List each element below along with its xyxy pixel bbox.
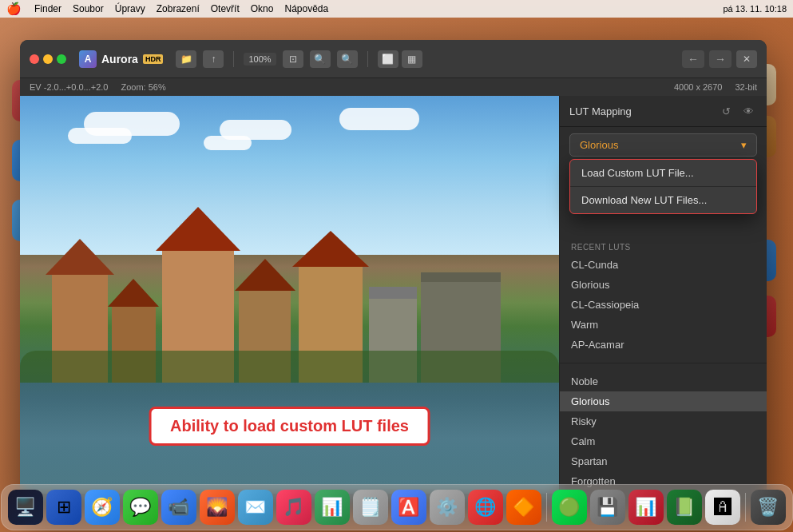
dock-icon-messages[interactable]: 💬 xyxy=(123,490,158,525)
toolbar-sep-1 xyxy=(233,51,234,67)
logo-text: Aurora xyxy=(101,53,138,66)
menu-item-download-new[interactable]: Download New LUT Files... xyxy=(570,187,756,213)
app-logo: A Aurora HDR xyxy=(79,50,163,68)
menu-bar: 🍎 Finder Soubor Úpravy Zobrazení Otevřít… xyxy=(0,0,793,18)
toolbar-right: ← → ✕ xyxy=(682,50,757,68)
lut-dropdown-menu: Load Custom LUT File... Download New LUT… xyxy=(569,159,757,214)
menu-zobrazeni[interactable]: Zobrazení xyxy=(157,3,200,14)
roof-5 xyxy=(292,231,369,267)
status-bitdepth: 32-bit xyxy=(735,82,757,92)
toolbar-zoom-in[interactable]: 🔍 xyxy=(310,50,331,68)
dock-icon-numbers[interactable]: 📊 xyxy=(315,490,350,525)
photo-vegetation xyxy=(20,351,559,383)
lut-dropdown: Glorious ▾ Load Custom LUT File... Downl… xyxy=(569,133,757,157)
dock-icon-powerpoint[interactable]: 📊 xyxy=(628,490,664,525)
lut-noble[interactable]: Noble xyxy=(560,371,767,391)
toolbar-nav-right[interactable]: → xyxy=(709,50,732,68)
panel-eye-btn[interactable]: 👁 xyxy=(739,102,757,120)
dock-separator-2 xyxy=(745,493,746,522)
window-controls xyxy=(30,54,66,64)
recent-lut-glorious[interactable]: Glorious xyxy=(560,275,767,295)
right-panel: LUT Mapping ↺ 👁 Glorious ▾ Load Custom L… xyxy=(559,96,767,494)
dock-separator xyxy=(546,493,547,522)
fullscreen-button[interactable] xyxy=(57,54,66,64)
menu-finder[interactable]: Finder xyxy=(34,3,61,14)
toolbar-folder-btn[interactable]: 📁 xyxy=(176,50,196,68)
lut-list: RECENT LUTS CL-Cunda Glorious CL-Cassiop… xyxy=(560,235,767,494)
recent-lut-cl-cunda[interactable]: CL-Cunda xyxy=(560,255,767,275)
caption-text: Ability to load custom LUT files xyxy=(170,417,409,435)
menu-bar-time: pá 13. 11. 10:18 xyxy=(723,4,787,14)
all-luts-section: Noble Glorious Risky Calm Spartan Forgot… xyxy=(560,367,767,494)
dock: 🖥️ ⊞ 🧭 💬 📹 🌄 ✉️ 🎵 📊 🗒️ 🅰️ ⚙️ 🌐 🔶 🟢 💾 📊 📗… xyxy=(1,484,793,530)
roof-4 xyxy=(235,259,295,291)
logo-hdr-badge: HDR xyxy=(143,54,164,64)
toolbar-view-2[interactable]: ▦ xyxy=(402,50,422,68)
dock-icon-airdrop[interactable]: 💾 xyxy=(590,490,625,525)
menu-otevrit[interactable]: Otevřít xyxy=(211,3,240,14)
roof-2 xyxy=(108,279,159,307)
dock-icon-anki[interactable]: 🅰 xyxy=(705,490,740,525)
dock-icon-notes[interactable]: 🗒️ xyxy=(353,490,388,525)
dock-icon-chrome[interactable]: 🌐 xyxy=(468,490,503,525)
app-window: A Aurora HDR 📁 ↑ 100% ⊡ 🔍 🔍 ⬜ ▦ ← → ✕ EV… xyxy=(20,40,767,511)
roof-3 xyxy=(156,207,240,251)
lut-calm[interactable]: Calm xyxy=(560,431,767,451)
cloud-5 xyxy=(339,108,419,130)
dock-icon-finder[interactable]: 🖥️ xyxy=(8,490,43,525)
menu-upravy[interactable]: Úpravy xyxy=(115,3,145,14)
panel-undo-btn[interactable]: ↺ xyxy=(717,102,735,120)
dock-icon-mail[interactable]: ✉️ xyxy=(238,490,273,525)
photo-area: Ability to load custom LUT files xyxy=(20,96,559,494)
dock-icon-flutter[interactable]: 🔶 xyxy=(506,490,541,525)
apple-menu[interactable]: 🍎 xyxy=(6,2,22,16)
toolbar-view-btns: ⬜ ▦ xyxy=(378,50,422,68)
roof-7 xyxy=(421,272,501,282)
panel-header: LUT Mapping ↺ 👁 xyxy=(560,96,767,127)
status-bar: EV -2.0...+0.0...+2.0 Zoom: 56% 4000 x 2… xyxy=(20,78,767,96)
toolbar-zoom-out[interactable]: 🔍 xyxy=(337,50,358,68)
menu-napoveda[interactable]: Nápověda xyxy=(284,3,328,14)
lut-dropdown-button[interactable]: Glorious ▾ xyxy=(569,133,757,157)
recent-lut-ap-acamar[interactable]: AP-Acamar xyxy=(560,335,767,355)
recent-luts-label: RECENT LUTS xyxy=(560,240,767,255)
minimize-button[interactable] xyxy=(43,54,53,64)
dock-icon-spotify[interactable]: 🟢 xyxy=(552,490,587,525)
toolbar-zoom[interactable]: 100% xyxy=(244,53,276,66)
lut-risky[interactable]: Risky xyxy=(560,411,767,431)
toolbar-close[interactable]: ✕ xyxy=(736,50,757,68)
recent-lut-warm[interactable]: Warm xyxy=(560,315,767,335)
toolbar-nav-left[interactable]: ← xyxy=(682,50,704,68)
dock-icon-appstore[interactable]: 🅰️ xyxy=(391,490,426,525)
dock-icon-launchpad[interactable]: ⊞ xyxy=(46,490,81,525)
logo-icon: A xyxy=(79,50,97,68)
lut-dropdown-label: Glorious xyxy=(580,139,618,151)
toolbar-zoom-fit[interactable]: ⊡ xyxy=(283,50,303,68)
dock-icon-settings[interactable]: ⚙️ xyxy=(430,490,465,525)
menu-okno[interactable]: Okno xyxy=(251,3,274,14)
dock-icon-facetime[interactable]: 📹 xyxy=(161,490,196,525)
recent-luts-section: RECENT LUTS CL-Cunda Glorious CL-Cassiop… xyxy=(560,235,767,359)
toolbar-view-1[interactable]: ⬜ xyxy=(378,50,398,68)
dock-icon-excel[interactable]: 📗 xyxy=(667,490,702,525)
dock-icon-safari[interactable]: 🧭 xyxy=(85,490,120,525)
lut-list-divider xyxy=(560,363,767,363)
caption-overlay: Ability to load custom LUT files xyxy=(149,407,430,446)
status-ev: EV -2.0...+0.0...+2.0 xyxy=(30,82,108,92)
main-content: Ability to load custom LUT files LUT Map… xyxy=(20,96,767,494)
toolbar-share-btn[interactable]: ↑ xyxy=(203,50,224,68)
menu-bar-right: pá 13. 11. 10:18 xyxy=(723,4,787,14)
cloud-2 xyxy=(68,128,132,144)
toolbar-sep-2 xyxy=(367,51,368,67)
status-dimensions: 4000 x 2670 xyxy=(674,82,723,92)
lut-spartan[interactable]: Spartan xyxy=(560,451,767,471)
status-zoom: Zoom: 56% xyxy=(121,82,165,92)
lut-glorious-selected[interactable]: Glorious xyxy=(560,391,767,411)
menu-item-load-custom[interactable]: Load Custom LUT File... xyxy=(570,160,756,187)
dock-icon-photos[interactable]: 🌄 xyxy=(200,490,235,525)
dock-icon-music[interactable]: 🎵 xyxy=(276,490,311,525)
dock-trash[interactable]: 🗑️ xyxy=(751,490,786,525)
close-button[interactable] xyxy=(30,54,39,64)
recent-lut-cl-cassiopeia[interactable]: CL-Cassiopeia xyxy=(560,295,767,315)
menu-soubor[interactable]: Soubor xyxy=(73,3,104,14)
